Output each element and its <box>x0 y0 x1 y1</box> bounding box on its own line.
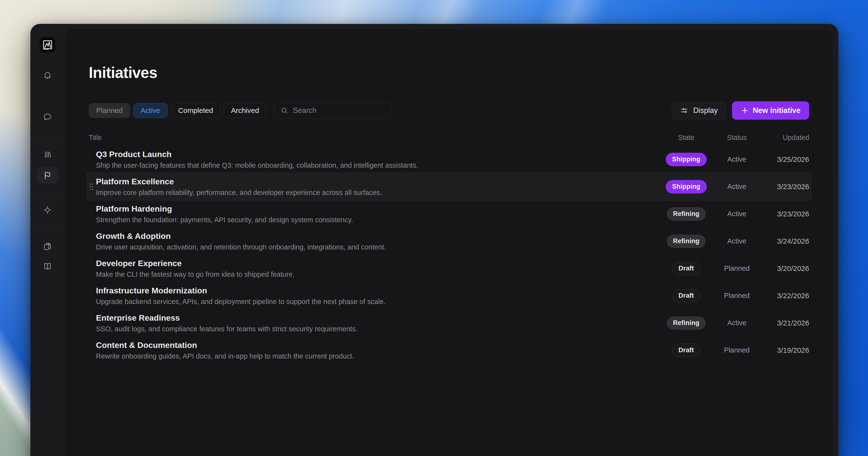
state-badge[interactable]: Refining <box>667 316 706 330</box>
state-badge[interactable]: Shipping <box>666 153 707 166</box>
status-text: Active <box>713 210 761 218</box>
display-button[interactable]: Display <box>672 102 726 119</box>
pages-nav-item[interactable] <box>36 238 59 255</box>
table-row[interactable]: Growth & AdoptionDrive user acquisition,… <box>86 228 812 255</box>
filter-tab-planned[interactable]: Planned <box>89 103 130 118</box>
search-input[interactable] <box>292 106 386 115</box>
initiative-title: Developer Experience <box>96 258 660 268</box>
initiative-description: Strengthen the foundation: payments, API… <box>96 216 660 224</box>
table-header: Title State Status Updated <box>89 132 809 143</box>
status-text: Planned <box>713 264 761 273</box>
search-icon <box>280 107 288 114</box>
status-text: Active <box>713 155 761 163</box>
status-text: Active <box>713 319 761 327</box>
status-text: Active <box>713 183 761 191</box>
table-row[interactable]: Developer ExperienceMake the CLI the fas… <box>86 255 812 282</box>
initiative-title: Infrastructure Modernization <box>96 286 660 295</box>
initiative-title: Q3 Product Launch <box>96 149 660 159</box>
initiative-description: Make the CLI the fastest way to go from … <box>96 270 660 279</box>
table-row[interactable]: Enterprise ReadinessSSO, audit logs, and… <box>86 309 812 337</box>
initiative-title: Platform Excellence <box>96 177 660 187</box>
column-header-status[interactable]: Status <box>713 134 761 142</box>
state-badge[interactable]: Draft <box>672 262 701 275</box>
table-row[interactable]: Platform ExcellenceImprove core platform… <box>86 173 812 200</box>
initiative-list: Q3 Product LaunchShip the user-facing fe… <box>89 146 809 364</box>
display-button-label: Display <box>693 106 718 115</box>
initiative-description: Upgrade backend services, APIs, and depl… <box>96 297 660 306</box>
notifications-nav-item[interactable] <box>36 67 59 84</box>
drag-handle-icon[interactable] <box>89 183 93 190</box>
chat-nav-item[interactable] <box>36 109 59 125</box>
app-sidebar <box>30 24 64 456</box>
table-row[interactable]: Content & DocumentationRewrite onboardin… <box>86 337 812 364</box>
updated-date: 3/22/2026 <box>761 292 809 300</box>
initiative-description: Improve core platform reliability, perfo… <box>96 189 660 197</box>
initiative-title: Content & Documentation <box>96 340 660 350</box>
status-text: Active <box>713 237 761 245</box>
state-badge[interactable]: Draft <box>672 289 701 303</box>
main-panel: Initiatives Planned Active Completed Arc… <box>64 29 834 456</box>
app-logo[interactable] <box>40 37 55 53</box>
column-header-updated[interactable]: Updated <box>761 134 809 142</box>
toolbar: Planned Active Completed Archived <box>89 101 809 120</box>
initiative-description: SSO, audit logs, and compliance features… <box>96 325 660 333</box>
search-box[interactable] <box>274 102 392 119</box>
library-icon <box>43 150 52 159</box>
bell-icon <box>43 71 52 80</box>
sidebar-divider <box>34 193 61 194</box>
chat-bubble-icon <box>43 112 52 121</box>
initiative-description: Rewrite onboarding guides, API docs, and… <box>96 352 660 361</box>
filter-tab-archived[interactable]: Archived <box>223 103 267 118</box>
target-nav-item[interactable] <box>36 202 59 218</box>
status-text: Planned <box>713 292 761 300</box>
initiative-title: Platform Hardening <box>96 204 660 214</box>
column-header-title[interactable]: Title <box>89 134 660 142</box>
open-book-icon <box>43 261 52 271</box>
status-text: Planned <box>713 346 761 354</box>
updated-date: 3/23/2026 <box>761 210 809 218</box>
table-row[interactable]: Infrastructure ModernizationUpgrade back… <box>86 282 812 309</box>
new-initiative-button-label: New initiative <box>753 106 801 115</box>
updated-date: 3/23/2026 <box>761 183 809 191</box>
copy-pages-icon <box>43 242 52 251</box>
table-row[interactable]: Q3 Product LaunchShip the user-facing fe… <box>86 146 812 173</box>
updated-date: 3/19/2026 <box>761 346 809 354</box>
initiative-title: Growth & Adoption <box>96 231 660 241</box>
updated-date: 3/20/2026 <box>761 264 809 273</box>
initiative-description: Ship the user-facing features that defin… <box>96 161 660 170</box>
initiative-title: Enterprise Readiness <box>96 313 660 323</box>
state-badge[interactable]: Refining <box>667 207 706 221</box>
updated-date: 3/21/2026 <box>761 319 809 327</box>
updated-date: 3/25/2026 <box>761 155 809 164</box>
docs-nav-item[interactable] <box>36 258 59 274</box>
plus-icon <box>741 106 749 115</box>
display-sliders-icon <box>680 106 688 115</box>
app-window: Initiatives Planned Active Completed Arc… <box>30 24 838 456</box>
state-badge[interactable]: Shipping <box>666 180 707 194</box>
target-icon <box>43 205 52 215</box>
state-badge[interactable]: Refining <box>667 234 706 248</box>
page-title: Initiatives <box>89 64 809 81</box>
filter-tab-active[interactable]: Active <box>133 103 168 118</box>
initiative-description: Drive user acquisition, activation, and … <box>96 243 660 251</box>
logo-mountains-icon <box>42 39 53 51</box>
new-initiative-button[interactable]: New initiative <box>732 101 809 120</box>
state-badge[interactable]: Draft <box>672 344 701 357</box>
updated-date: 3/24/2026 <box>761 237 809 246</box>
initiatives-nav-item[interactable] <box>36 167 59 183</box>
table-row[interactable]: Platform HardeningStrengthen the foundat… <box>86 200 812 228</box>
column-header-state[interactable]: State <box>660 134 713 142</box>
flag-icon <box>43 171 52 180</box>
filter-tab-completed[interactable]: Completed <box>171 103 221 118</box>
sidebar-divider <box>34 136 61 136</box>
library-nav-item[interactable] <box>36 146 59 163</box>
